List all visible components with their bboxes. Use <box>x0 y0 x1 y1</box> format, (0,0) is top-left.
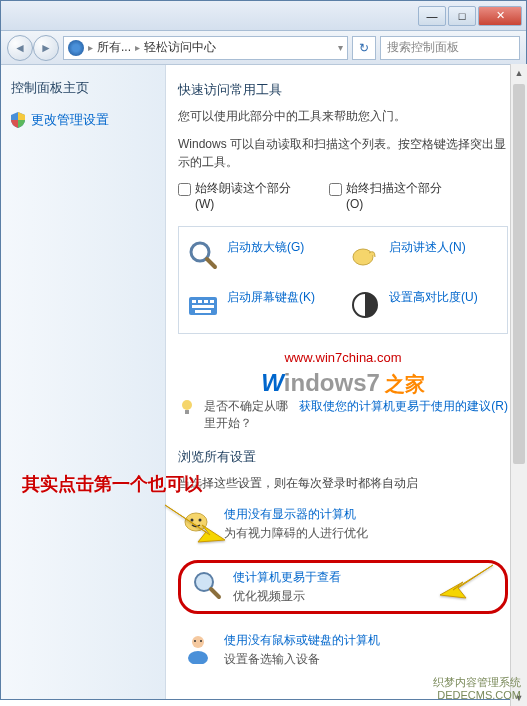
scroll-thumb[interactable] <box>513 84 525 464</box>
svg-rect-9 <box>195 310 211 313</box>
tool-label: 启动讲述人(N) <box>389 239 466 256</box>
browse-link: 使用没有显示器的计算机 <box>224 506 368 523</box>
refresh-button[interactable]: ↻ <box>352 36 376 60</box>
checkbox-input[interactable] <box>329 183 342 196</box>
browse-desc: 当选择这些设置，则在每次登录时都将自动启 <box>178 474 508 492</box>
svg-rect-4 <box>192 300 196 303</box>
tool-grid: 启动放大镜(G) 启动讲述人(N) 启动屏幕键盘(K) <box>178 226 508 334</box>
arrow-left-icon <box>160 500 230 554</box>
svg-point-11 <box>182 400 192 410</box>
close-button[interactable]: ✕ <box>478 6 522 26</box>
browse-item-no-mouse-keyboard[interactable]: 使用没有鼠标或键盘的计算机 设置备选输入设备 <box>178 628 508 672</box>
sidebar: 控制面板主页 更改管理设置 <box>1 65 166 699</box>
svg-point-20 <box>194 640 196 642</box>
path-segment[interactable]: 轻松访问中心 <box>144 39 216 56</box>
svg-rect-8 <box>192 305 214 308</box>
lightbulb-icon <box>178 398 196 416</box>
annotation-text: 其实点击第一个也可以 <box>22 472 202 496</box>
chevron-down-icon[interactable]: ▾ <box>338 42 343 53</box>
search-input[interactable]: 搜索控制面板 <box>380 36 520 60</box>
watermark-url: www.win7china.com <box>178 350 508 365</box>
person-icon <box>182 632 214 664</box>
sidebar-link-label: 更改管理设置 <box>31 111 109 129</box>
browse-link: 使用没有鼠标或键盘的计算机 <box>224 632 380 649</box>
svg-point-18 <box>192 636 204 648</box>
browse-title: 浏览所有设置 <box>178 448 508 466</box>
browse-item-desc: 为有视力障碍的人进行优化 <box>224 525 368 542</box>
svg-point-19 <box>188 651 208 664</box>
tool-onscreen-keyboard[interactable]: 启动屏幕键盘(K) <box>187 289 337 321</box>
chevron-right-icon: ▸ <box>88 42 93 53</box>
chevron-right-icon: ▸ <box>135 42 140 53</box>
minimize-button[interactable]: — <box>418 6 446 26</box>
checkbox-label: 始终朗读这个部分(W) <box>195 181 305 212</box>
tool-label: 设置高对比度(U) <box>389 289 478 306</box>
contrast-icon <box>349 289 381 321</box>
quick-desc-2: Windows 可以自动读取和扫描这个列表。按空格键选择突出显示的工具。 <box>178 135 508 171</box>
path-icon <box>68 40 84 56</box>
checkbox-label: 始终扫描这个部分(O) <box>346 181 456 212</box>
sidebar-title[interactable]: 控制面板主页 <box>11 79 155 97</box>
footer-watermark: 织梦内容管理系统 DEDECMS.COM <box>433 676 521 702</box>
svg-point-21 <box>200 640 202 642</box>
back-button[interactable]: ◄ <box>7 35 33 61</box>
browse-item-desc: 设置备选输入设备 <box>224 651 380 668</box>
svg-rect-12 <box>185 410 189 414</box>
checkbox-read-aloud[interactable]: 始终朗读这个部分(W) <box>178 181 305 212</box>
checkbox-input[interactable] <box>178 183 191 196</box>
svg-point-2 <box>353 249 373 265</box>
tool-high-contrast[interactable]: 设置高对比度(U) <box>349 289 499 321</box>
magnifier-icon <box>191 569 223 601</box>
svg-line-17 <box>211 589 219 597</box>
quick-desc-1: 您可以使用此部分中的工具来帮助您入门。 <box>178 107 508 125</box>
browse-item-desc: 优化视频显示 <box>233 588 341 605</box>
tip-text: 是否不确定从哪里开始？ <box>204 398 291 432</box>
quick-access-title: 快速访问常用工具 <box>178 81 508 99</box>
shield-icon <box>11 112 25 128</box>
path-segment[interactable]: 所有... <box>97 39 131 56</box>
addressbar: ◄ ► ▸ 所有... ▸ 轻松访问中心 ▾ ↻ 搜索控制面板 <box>1 31 526 65</box>
keyboard-icon <box>187 289 219 321</box>
vertical-scrollbar[interactable]: ▲ ▼ <box>510 64 527 706</box>
watermark-logo: Windows7 之家 <box>178 369 508 398</box>
tool-magnifier[interactable]: 启动放大镜(G) <box>187 239 337 271</box>
svg-rect-7 <box>210 300 214 303</box>
magnifier-icon <box>187 239 219 271</box>
scroll-up-button[interactable]: ▲ <box>511 64 527 81</box>
breadcrumb[interactable]: ▸ 所有... ▸ 轻松访问中心 ▾ <box>63 36 348 60</box>
svg-rect-5 <box>198 300 202 303</box>
svg-rect-6 <box>204 300 208 303</box>
tip-link[interactable]: 获取使您的计算机更易于使用的建议(R) <box>299 398 508 415</box>
checkbox-scan[interactable]: 始终扫描这个部分(O) <box>329 181 456 212</box>
narrator-icon <box>349 239 381 271</box>
tool-label: 启动屏幕键盘(K) <box>227 289 315 306</box>
arrow-right-icon <box>438 560 498 609</box>
sidebar-item-admin[interactable]: 更改管理设置 <box>11 111 155 129</box>
tool-label: 启动放大镜(G) <box>227 239 304 256</box>
tool-narrator[interactable]: 启动讲述人(N) <box>349 239 499 271</box>
maximize-button[interactable]: □ <box>448 6 476 26</box>
titlebar: — □ ✕ <box>1 1 526 31</box>
forward-button[interactable]: ► <box>33 35 59 61</box>
svg-line-1 <box>207 259 215 267</box>
browse-link: 使计算机更易于查看 <box>233 569 341 586</box>
